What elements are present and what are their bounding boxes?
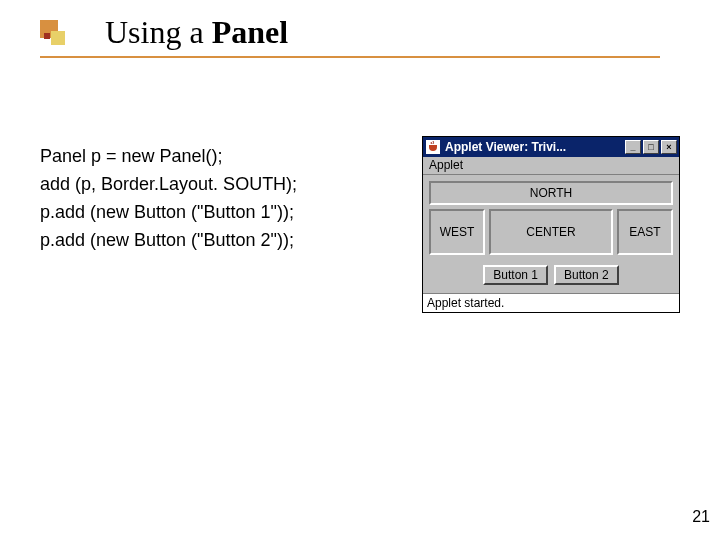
region-north: NORTH <box>429 181 673 205</box>
titlebar: Applet Viewer: Trivi... _ □ × <box>423 137 679 157</box>
minimize-button[interactable]: _ <box>625 140 641 154</box>
window-controls: _ □ × <box>625 140 677 154</box>
menu-applet[interactable]: Applet <box>429 158 463 172</box>
code-block: Panel p = new Panel(); add (p, Border.La… <box>40 142 297 254</box>
menubar: Applet <box>423 157 679 175</box>
button-1[interactable]: Button 1 <box>483 265 548 285</box>
slide-title-part1: Using a <box>105 14 212 50</box>
close-button[interactable]: × <box>661 140 677 154</box>
deco-square-yellow <box>51 31 65 45</box>
window-title: Applet Viewer: Trivi... <box>445 140 625 154</box>
region-east: EAST <box>617 209 673 255</box>
south-panel: Button 1 Button 2 <box>427 261 675 289</box>
region-west: WEST <box>429 209 485 255</box>
code-line-2: add (p, Border.Layout. SOUTH); <box>40 170 297 198</box>
region-center: CENTER <box>489 209 613 255</box>
maximize-icon: □ <box>648 143 653 152</box>
applet-window: Applet Viewer: Trivi... _ □ × Applet NOR… <box>422 136 680 313</box>
maximize-button[interactable]: □ <box>643 140 659 154</box>
code-line-4: p.add (new Button ("Button 2")); <box>40 226 297 254</box>
slide-title: Using a Panel <box>105 14 288 51</box>
button-2[interactable]: Button 2 <box>554 265 619 285</box>
slide-title-part2: Panel <box>212 14 288 50</box>
page-number: 21 <box>692 508 710 526</box>
statusbar: Applet started. <box>423 293 679 312</box>
code-line-3: p.add (new Button ("Button 1")); <box>40 198 297 226</box>
close-icon: × <box>666 143 671 152</box>
borderlayout-grid: NORTH WEST CENTER EAST <box>427 179 675 257</box>
code-line-1: Panel p = new Panel(); <box>40 142 297 170</box>
title-underline <box>40 56 660 58</box>
deco-square-red <box>44 33 50 39</box>
java-cup-icon <box>425 139 441 155</box>
minimize-icon: _ <box>630 143 635 152</box>
applet-client-area: NORTH WEST CENTER EAST Button 1 Button 2 <box>423 175 679 293</box>
